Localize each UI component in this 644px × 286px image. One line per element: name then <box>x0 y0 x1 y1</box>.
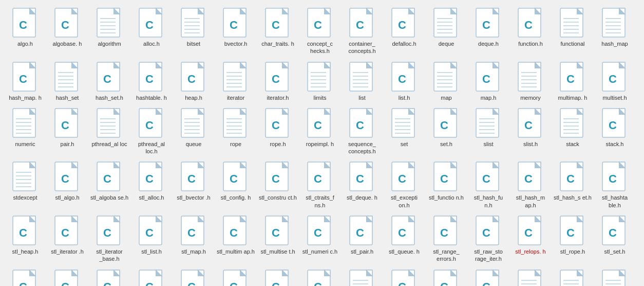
file-item[interactable]: queue <box>173 104 215 158</box>
file-item[interactable]: pthread_al loc <box>88 104 130 158</box>
file-item[interactable]: functional <box>552 4 594 58</box>
file-item[interactable]: Cstl_stack.h <box>46 266 88 286</box>
file-item[interactable]: Crope.h <box>257 104 299 158</box>
file-item[interactable]: Cstl_algo.h <box>46 158 88 212</box>
file-item[interactable]: Chash_map. h <box>4 58 46 104</box>
file-item[interactable]: Cstl_relops. h <box>509 212 552 266</box>
file-item[interactable]: Calgo.h <box>4 4 46 58</box>
file-item[interactable]: string <box>341 266 383 286</box>
file-item[interactable]: Cstl_uninitial ized.h <box>257 266 299 286</box>
file-item[interactable]: numeric <box>4 104 46 158</box>
file-item[interactable]: limits <box>299 58 341 104</box>
file-item[interactable]: map <box>425 58 467 104</box>
file-icon <box>391 108 418 138</box>
file-item[interactable]: Cstl_functio n.h <box>425 158 467 212</box>
file-item[interactable]: Cstl_vector. h <box>299 266 341 286</box>
file-item[interactable]: Cstl_hash_fu n.h <box>467 158 509 212</box>
file-item[interactable]: Cpair.h <box>46 104 88 158</box>
file-item[interactable]: Cstl_ctraits_f ns.h <box>299 158 341 212</box>
svg-text:C: C <box>440 119 448 132</box>
file-item[interactable]: Calloc.h <box>130 4 173 58</box>
svg-text:C: C <box>356 119 364 132</box>
file-item[interactable]: hash_map <box>594 4 636 58</box>
file-item[interactable]: Cconcept_c hecks.h <box>299 4 341 58</box>
file-label: stl_alloc.h <box>139 194 164 201</box>
file-item[interactable]: Cdefalloc.h <box>383 4 425 58</box>
file-item[interactable]: Cstl_multim ap.h <box>215 212 257 266</box>
file-item[interactable]: Cstl_queue. h <box>383 212 425 266</box>
file-item[interactable]: Cfunction.h <box>509 4 552 58</box>
file-item[interactable]: Cstl_hash_m ap.h <box>509 158 552 212</box>
file-item[interactable]: Cstl_multise t.h <box>257 212 299 266</box>
file-item[interactable]: Cstl_deque. h <box>341 158 383 212</box>
svg-text:C: C <box>61 280 69 286</box>
file-item[interactable]: Cslist.h <box>509 104 552 158</box>
file-item[interactable]: Cbvector.h <box>215 4 257 58</box>
file-item[interactable]: memory <box>509 58 552 104</box>
file-item[interactable]: Calgobase. h <box>46 4 88 58</box>
file-label: bvector.h <box>224 40 248 47</box>
file-item[interactable]: Cstl_tree.h <box>215 266 257 286</box>
file-item[interactable]: Cchar_traits. h <box>257 4 299 58</box>
file-item[interactable]: Cstl_hash_s et.h <box>552 158 594 212</box>
file-item[interactable]: vector <box>594 266 636 286</box>
file-item[interactable]: Cstl_rope.h <box>552 212 594 266</box>
file-item[interactable]: Cmultiset.h <box>594 58 636 104</box>
file-item[interactable]: Cstl_iterator _base.h <box>88 212 130 266</box>
file-item[interactable]: Cstl_numeri c.h <box>299 212 341 266</box>
file-item[interactable]: Cstl_bvector .h <box>173 158 215 212</box>
file-item[interactable]: rope <box>215 104 257 158</box>
file-icon: C <box>264 161 291 192</box>
file-item[interactable]: Cdeque.h <box>467 4 509 58</box>
file-item[interactable]: utility <box>509 266 552 286</box>
file-item[interactable]: Cmultimap. h <box>552 58 594 104</box>
file-item[interactable]: list <box>341 58 383 104</box>
file-item[interactable]: Cstl_list.h <box>130 212 173 266</box>
file-item[interactable]: Cropeimpl. h <box>299 104 341 158</box>
file-item[interactable]: Cstl_slist.h <box>4 266 46 286</box>
file-item[interactable]: Cstl_map.h <box>173 212 215 266</box>
file-item[interactable]: Cstl_string_f wd.h <box>88 266 130 286</box>
file-item[interactable]: Cstl_pair.h <box>341 212 383 266</box>
file-item[interactable]: Chash_set.h <box>88 58 130 104</box>
file-item[interactable]: Csequence_ concepts.h <box>341 104 383 158</box>
file-item[interactable]: Ctype_traits. h <box>467 266 509 286</box>
file-item[interactable]: hash_set <box>46 58 88 104</box>
file-item[interactable]: Cstl_alloc.h <box>130 158 173 212</box>
file-item[interactable]: Chashtable. h <box>130 58 173 104</box>
file-item[interactable]: Cstl_constru ct.h <box>257 158 299 212</box>
file-item[interactable]: Cstl_hashta ble.h <box>594 158 636 212</box>
file-item[interactable]: set <box>383 104 425 158</box>
file-item[interactable]: bitset <box>173 4 215 58</box>
file-item[interactable]: algorithm <box>88 4 130 58</box>
file-item[interactable]: Cstl_algoba se.h <box>88 158 130 212</box>
file-item[interactable]: Cstl_threads .h <box>173 266 215 286</box>
file-item[interactable]: Cstl_range_ errors.h <box>425 212 467 266</box>
file-item[interactable]: Cpthread_al loc.h <box>130 104 173 158</box>
file-item[interactable]: Ccontainer_ concepts.h <box>341 4 383 58</box>
file-item[interactable]: stdexcept <box>4 158 46 212</box>
file-icon <box>433 7 460 38</box>
file-item[interactable]: Cstl_set.h <box>594 212 636 266</box>
file-item[interactable]: Ctree.h <box>425 266 467 286</box>
file-item[interactable]: Cstack.h <box>594 104 636 158</box>
file-item[interactable]: Cheap.h <box>173 58 215 104</box>
file-item[interactable]: Cset.h <box>425 104 467 158</box>
file-item[interactable]: Cstl_excepti on.h <box>383 158 425 212</box>
file-item[interactable]: Cstl_tempb uf.h <box>130 266 173 286</box>
file-item[interactable]: deque <box>425 4 467 58</box>
file-item[interactable]: Cstl_raw_sto rage_iter.h <box>467 212 509 266</box>
svg-text:C: C <box>19 226 27 239</box>
file-item[interactable]: Cmap.h <box>467 58 509 104</box>
file-item[interactable]: Cstl_iterator .h <box>46 212 88 266</box>
file-item[interactable]: Clist.h <box>383 58 425 104</box>
file-label: heap.h <box>185 94 202 101</box>
file-item[interactable]: Cstl_heap.h <box>4 212 46 266</box>
file-item[interactable]: valarray <box>552 266 594 286</box>
file-item[interactable]: Citerator.h <box>257 58 299 104</box>
file-item[interactable]: Cstl_config. h <box>215 158 257 212</box>
file-item[interactable]: Ctempbuf.h <box>383 266 425 286</box>
file-item[interactable]: iterator <box>215 58 257 104</box>
file-item[interactable]: stack <box>552 104 594 158</box>
file-item[interactable]: slist <box>467 104 509 158</box>
